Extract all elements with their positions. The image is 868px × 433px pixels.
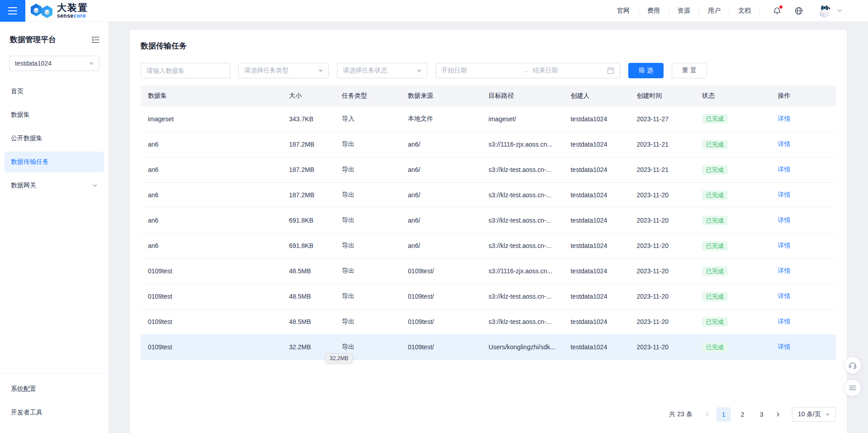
sidebar-item-system-config[interactable]: 系统配置 — [5, 379, 104, 400]
nav-link-users[interactable]: 用户 — [699, 7, 729, 15]
sidebar-item-home[interactable]: 首页 — [5, 81, 104, 102]
cell-target: s3://klz-test.aoss.cn-... — [481, 208, 563, 233]
pagination-prev-icon[interactable] — [701, 407, 714, 422]
pagination-next-icon[interactable] — [771, 407, 785, 422]
cell-status: 已完成 — [695, 334, 771, 360]
main-content: 数据传输任务 请选择任务类型 请选择任务状态 开始日期 → 结束日期 — [109, 22, 868, 433]
sidebar-item-datasets[interactable]: 数据集 — [5, 105, 104, 125]
reset-button[interactable]: 重 置 — [672, 63, 707, 78]
date-range-picker[interactable]: 开始日期 → 结束日期 — [436, 63, 620, 78]
date-range-arrow: → — [520, 67, 533, 74]
cell-source: 0109test/ — [401, 334, 481, 360]
cell-created: 2023-11-20 — [629, 309, 694, 334]
nav-link-docs[interactable]: 文档 — [730, 7, 759, 15]
nav-link-resources[interactable]: 资源 — [669, 7, 699, 15]
globe-language-icon[interactable] — [794, 6, 803, 15]
top-navbar: 大装置 sensecore 官网 费用 资源 用户 文档 — [0, 0, 868, 22]
table-row: an6187.2MB导出an6/s3://1116-zjx.aoss.cn...… — [141, 132, 836, 157]
col-size: 大小 — [282, 86, 335, 106]
cell-source: an6/ — [401, 233, 481, 258]
cell-status: 已完成 — [695, 284, 771, 309]
cell-dataset: an6 — [141, 233, 282, 258]
brand-logo-icon — [30, 2, 53, 19]
detail-link[interactable]: 详情 — [778, 242, 790, 249]
cell-creator: testdata1024 — [563, 284, 629, 309]
detail-link[interactable]: 详情 — [778, 166, 790, 173]
pagination-page-1[interactable]: 1 — [716, 407, 731, 422]
sidebar-item-data-gateway[interactable]: 数据网关 — [5, 175, 104, 196]
sidebar-item-public-datasets[interactable]: 公开数据集 — [5, 128, 104, 149]
nav-link-billing[interactable]: 费用 — [639, 7, 669, 15]
cell-size: 343.7KB — [282, 106, 335, 132]
detail-link[interactable]: 详情 — [778, 267, 790, 274]
cell-source: 本地文件 — [401, 106, 481, 132]
pagination-page-2[interactable]: 2 — [735, 407, 750, 422]
dataset-search-field[interactable] — [147, 67, 224, 74]
cell-action: 详情 — [770, 106, 836, 132]
cell-creator: testdata1024 — [563, 258, 629, 284]
col-created-time: 创建时间 — [629, 86, 694, 106]
status-badge: 已完成 — [702, 165, 728, 175]
cell-creator: testdata1024 — [563, 182, 629, 208]
detail-link[interactable]: 详情 — [778, 343, 790, 350]
col-source: 数据来源 — [401, 86, 481, 106]
detail-link[interactable]: 详情 — [778, 140, 790, 148]
col-actions: 操作 — [770, 86, 836, 106]
status-badge: 已完成 — [702, 190, 728, 200]
detail-link[interactable]: 详情 — [778, 292, 790, 300]
cell-size: 691.8KB — [282, 208, 335, 233]
task-type-select[interactable]: 请选择任务类型 — [238, 63, 329, 78]
cell-created: 2023-11-20 — [629, 258, 694, 284]
sidebar: 数据管理平台 testdata1024 首页 数据集 公开数据集 数据传输任务 … — [0, 22, 109, 433]
brand-title: 大装置 — [57, 3, 88, 12]
cell-type: 导出 — [335, 233, 401, 258]
user-avatar-menu[interactable] — [817, 3, 843, 19]
filter-button[interactable]: 筛 选 — [628, 63, 664, 78]
cell-source: an6/ — [401, 208, 481, 233]
brand-logo[interactable]: 大装置 sensecore — [30, 2, 88, 19]
panel-toggle-button[interactable] — [844, 379, 861, 396]
hamburger-menu-button[interactable] — [0, 0, 25, 22]
cell-created: 2023-11-20 — [629, 208, 694, 233]
sidebar-collapse-icon[interactable] — [91, 36, 100, 43]
sidebar-item-developer-tools[interactable]: 开发者工具 — [5, 402, 104, 423]
sidebar-item-data-transfer-tasks[interactable]: 数据传输任务 — [5, 152, 104, 172]
cell-created: 2023-11-20 — [629, 284, 694, 309]
cell-action: 详情 — [770, 157, 836, 182]
cell-size: 48.5MB — [282, 258, 335, 284]
sidebar-menu: 首页 数据集 公开数据集 数据传输任务 数据网关 — [0, 81, 109, 196]
dataset-search-input[interactable] — [141, 63, 230, 78]
pagination-total: 共 23 条 — [669, 410, 692, 419]
size-tooltip: 32.2MB — [326, 353, 352, 363]
workspace-select[interactable]: testdata1024 — [9, 56, 100, 71]
notification-bell-icon[interactable] — [773, 6, 782, 15]
content-card: 数据传输任务 请选择任务类型 请选择任务状态 开始日期 → 结束日期 — [130, 30, 847, 433]
cell-source: 0109test/ — [401, 284, 481, 309]
cell-type: 导入 — [335, 106, 401, 132]
cell-type: 导出 — [335, 258, 401, 284]
caret-down-icon — [825, 414, 830, 416]
col-creator: 创建人 — [563, 86, 629, 106]
cell-created: 2023-11-21 — [629, 157, 694, 182]
cell-source: 0109test/ — [401, 258, 481, 284]
detail-link[interactable]: 详情 — [778, 115, 790, 122]
table-row: 0109test32.2MB导出0109test/Users/konglingz… — [141, 334, 836, 360]
cell-status: 已完成 — [695, 106, 771, 132]
task-status-select[interactable]: 请选择任务状态 — [337, 63, 427, 78]
pagination-page-3[interactable]: 3 — [754, 407, 769, 422]
status-badge: 已完成 — [702, 140, 728, 149]
cell-creator: testdata1024 — [563, 334, 629, 360]
detail-link[interactable]: 详情 — [778, 318, 790, 325]
table-row: 0109test48.5MB导出0109test/s3://klz-test.a… — [141, 284, 836, 309]
cell-dataset: 0109test — [141, 284, 282, 309]
detail-link[interactable]: 详情 — [778, 216, 790, 224]
cell-type: 导出 — [335, 309, 401, 334]
caret-down-icon — [318, 70, 323, 72]
support-headset-button[interactable] — [844, 357, 861, 374]
detail-link[interactable]: 详情 — [778, 191, 790, 198]
cell-target: Users/konglingzhi/sdk... — [481, 334, 563, 360]
page-size-select[interactable]: 10 条/页 — [792, 407, 836, 422]
cell-type: 导出 — [335, 182, 401, 208]
cell-creator: testdata1024 — [563, 157, 629, 182]
nav-link-official-site[interactable]: 官网 — [608, 7, 638, 15]
